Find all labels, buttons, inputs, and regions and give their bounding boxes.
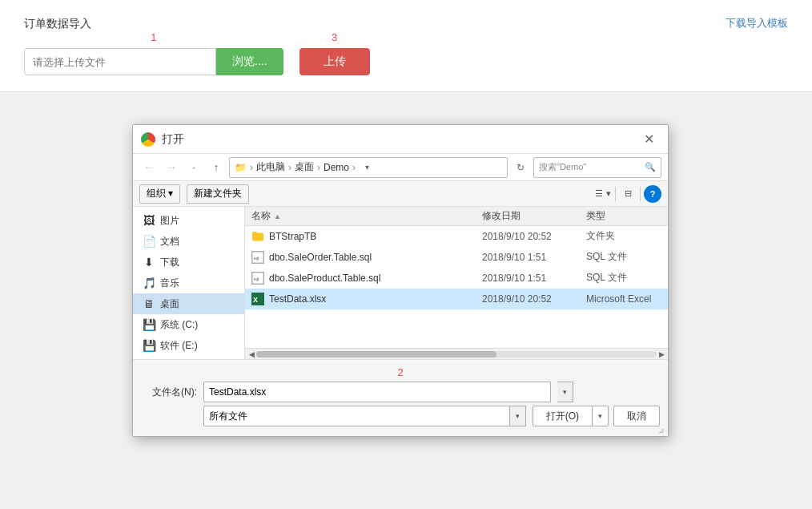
sidebar-item-downloads[interactable]: ⬇ 下载 <box>133 252 244 273</box>
sidebar-item-desktop[interactable]: 🖥 桌面 <box>133 293 244 314</box>
download-template-link[interactable]: 下载导入模板 <box>726 16 788 30</box>
filetype-dropdown[interactable]: ▾ <box>510 406 526 426</box>
dialog-title: 打开 <box>162 132 637 147</box>
path-bar[interactable]: 📁 › 此电脑 › 桌面 › Demo › ▾ <box>229 157 508 178</box>
dialog-footer: 2 文件名(N): ▾ 所有文件 ▾ 打开(O) ▾ <box>133 359 668 436</box>
downloads-icon: ⬇ <box>143 256 155 269</box>
dialog-close-button[interactable]: ✕ <box>637 128 660 151</box>
filename-dropdown[interactable]: ▾ <box>557 382 573 402</box>
file-row-btstraptb[interactable]: BTStrapTB 2018/9/10 20:52 文件夹 <box>245 226 668 247</box>
sidebar-label-pictures: 图片 <box>160 214 179 228</box>
upload-btn-group: 3 上传 <box>299 31 370 75</box>
scroll-thumb[interactable] <box>256 351 496 358</box>
view-pane-button[interactable]: ⊟ <box>619 185 637 203</box>
col-header-name[interactable]: 名称 ▲ <box>245 209 476 223</box>
open-file-dialog: 打开 ✕ ← → · ↑ 📁 › 此电脑 › 桌面 › Demo › ▾ ↻ <box>132 124 669 437</box>
view-controls: ☰ ▾ ⊟ ? <box>594 185 661 203</box>
sidebar-label-e-drive: 软件 (E:) <box>160 339 198 353</box>
filename-row: 文件名(N): ▾ <box>141 382 660 402</box>
sidebar-item-e-drive[interactable]: 💾 软件 (E:) <box>133 335 244 356</box>
upload-group: 1 浏览.... <box>24 31 283 75</box>
upload-section: 订单数据导入 下载导入模板 1 浏览.... 3 上传 <box>0 0 812 92</box>
file-input[interactable] <box>24 48 216 75</box>
forward-button[interactable]: → <box>162 158 181 177</box>
file-row-saleorder[interactable]: sql dbo.SaleOrder.Table.sql 2018/9/10 1:… <box>245 247 668 268</box>
step1-label: 1 <box>151 31 156 43</box>
file-date-saleproduct: 2018/9/10 1:51 <box>476 273 580 284</box>
scroll-left-arrow[interactable]: ◀ <box>247 349 256 359</box>
file-type-saleproduct: SQL 文件 <box>580 271 668 285</box>
browse-button[interactable]: 浏览.... <box>216 48 283 75</box>
desktop-icon: 🖥 <box>143 297 155 310</box>
file-date-saleorder: 2018/9/10 1:51 <box>476 252 580 263</box>
upload-input-row: 浏览.... <box>24 48 283 75</box>
chrome-icon <box>141 132 155 147</box>
file-type-testdata: Microsoft Excel <box>580 293 668 305</box>
path-segment-computer: 此电脑 <box>256 160 285 174</box>
sidebar-item-music[interactable]: 🎵 音乐 <box>133 273 244 293</box>
dialog-sidebar: 🖼 图片 📄 文档 ⬇ 下载 🎵 音乐 🖥 桌面 <box>133 207 245 359</box>
filename-label: 文件名(N): <box>141 386 197 399</box>
file-name-btstraptb: BTStrapTB <box>245 230 476 243</box>
refresh-button[interactable]: ↻ <box>511 158 530 177</box>
sidebar-item-c-drive[interactable]: 💾 系统 (C:) <box>133 314 244 335</box>
help-button[interactable]: ? <box>644 185 661 203</box>
c-drive-icon: 💾 <box>143 318 155 331</box>
filelist-body: BTStrapTB 2018/9/10 20:52 文件夹 sql dbo.Sa… <box>245 226 668 348</box>
new-folder-button[interactable]: 新建文件夹 <box>187 184 249 204</box>
page-title: 订单数据导入 <box>24 17 91 30</box>
search-placeholder: 搜索"Demo" <box>539 161 586 173</box>
scroll-track[interactable] <box>256 351 657 358</box>
sidebar-label-c-drive: 系统 (C:) <box>160 318 198 332</box>
file-name-testdata: X TestData.xlsx <box>245 293 476 305</box>
path-dropdown[interactable]: ▾ <box>359 163 375 172</box>
separator-dot: · <box>184 158 203 177</box>
open-btn-arrow[interactable]: ▾ <box>593 406 609 426</box>
dialog-actionbar: 组织 ▾ 新建文件夹 ☰ ▾ ⊟ ? <box>133 181 668 207</box>
col-header-date[interactable]: 修改日期 <box>476 209 580 223</box>
open-button[interactable]: 打开(O) <box>533 406 593 426</box>
col-header-type[interactable]: 类型 <box>580 209 668 223</box>
file-row-saleproduct[interactable]: sql dbo.SaleProduct.Table.sql 2018/9/10 … <box>245 268 668 289</box>
dialog-toolbar: ← → · ↑ 📁 › 此电脑 › 桌面 › Demo › ▾ ↻ 搜索"Dem… <box>133 154 668 181</box>
cancel-button[interactable]: 取消 <box>613 406 660 426</box>
file-type-btstraptb: 文件夹 <box>580 229 668 243</box>
open-btn-group: 打开(O) ▾ <box>533 406 609 426</box>
sidebar-label-documents: 文档 <box>160 235 179 248</box>
sort-icon: ▲ <box>274 212 281 220</box>
horizontal-scrollbar[interactable]: ◀ ▶ <box>245 348 668 359</box>
file-name-saleorder: sql dbo.SaleOrder.Table.sql <box>245 251 476 264</box>
sidebar-item-documents[interactable]: 📄 文档 <box>133 231 244 252</box>
search-bar[interactable]: 搜索"Demo" 🔍 <box>533 157 661 178</box>
resize-handle[interactable]: ⊿ <box>658 426 666 434</box>
organize-button[interactable]: 组织 ▾ <box>139 184 180 204</box>
music-icon: 🎵 <box>143 277 155 289</box>
path-folder-icon: 📁 <box>235 162 247 173</box>
scroll-right-arrow[interactable]: ▶ <box>657 349 666 359</box>
step2-label: 2 <box>141 366 660 378</box>
back-button[interactable]: ← <box>139 158 159 177</box>
path-segment-demo: Demo <box>324 162 349 173</box>
svg-text:sql: sql <box>254 255 259 260</box>
sidebar-label-downloads: 下载 <box>160 256 179 269</box>
step3-label: 3 <box>332 31 337 43</box>
upload-button[interactable]: 上传 <box>299 48 370 75</box>
dialog-titlebar: 打开 ✕ <box>133 125 668 154</box>
dialog-filelist: 名称 ▲ 修改日期 类型 BTStrapTB <box>245 207 668 359</box>
file-type-saleorder: SQL 文件 <box>580 250 668 264</box>
sql-icon2: sql <box>251 272 264 285</box>
view-list-button[interactable]: ☰ ▾ <box>594 185 612 203</box>
search-icon: 🔍 <box>645 162 656 172</box>
e-drive-icon: 💾 <box>143 339 155 352</box>
separator <box>615 187 616 201</box>
sidebar-label-music: 音乐 <box>160 277 179 290</box>
up-button[interactable]: ↑ <box>207 158 226 177</box>
svg-text:sql: sql <box>254 276 259 281</box>
filelist-header: 名称 ▲ 修改日期 类型 <box>245 207 668 226</box>
filename-input[interactable] <box>203 382 551 402</box>
excel-icon: X <box>251 293 264 305</box>
file-row-testdata[interactable]: X TestData.xlsx 2018/9/10 20:52 Microsof… <box>245 289 668 309</box>
svg-text:X: X <box>253 296 258 304</box>
pictures-icon: 🖼 <box>143 214 155 227</box>
sidebar-item-pictures[interactable]: 🖼 图片 <box>133 210 244 231</box>
